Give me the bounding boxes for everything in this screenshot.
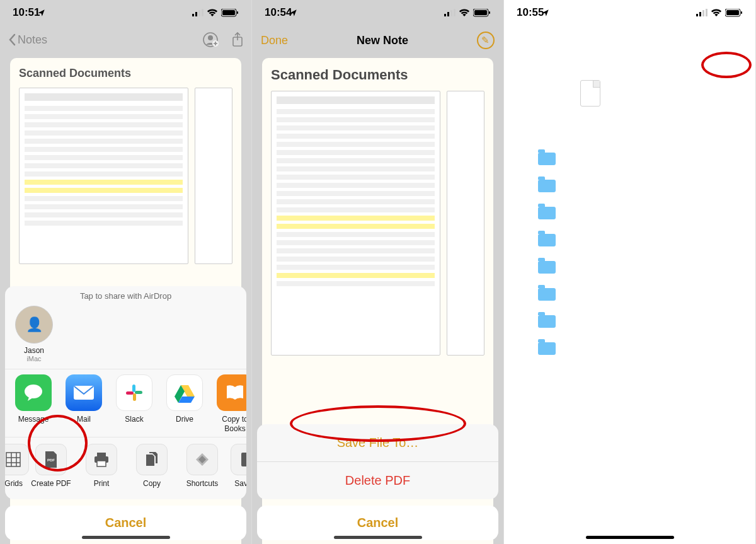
folder-icon (538, 204, 556, 222)
home-indicator[interactable] (334, 536, 422, 539)
status-time: 10:55 (517, 6, 544, 19)
status-time: 10:51 (13, 6, 40, 19)
share-app-drive[interactable]: Drive (163, 374, 207, 433)
svg-rect-28 (474, 10, 487, 15)
scanned-page-1 (19, 88, 188, 264)
folder-icon (538, 340, 556, 357)
notes-nav: Notes (0, 25, 251, 54)
pen-icon[interactable]: ✎ (477, 32, 495, 49)
share-icon[interactable] (231, 32, 244, 48)
svg-rect-26 (454, 9, 455, 16)
svg-rect-24 (447, 12, 449, 16)
share-app-message[interactable]: Message (11, 374, 55, 433)
share-sheet: Tap to share with AirDrop 👤 Jason iMac M… (5, 286, 246, 540)
svg-rect-1 (195, 12, 197, 16)
slack-icon (116, 374, 152, 411)
signal-icon (696, 9, 707, 16)
delete-pdf-button[interactable]: Delete PDF (257, 462, 498, 499)
svg-rect-25 (450, 10, 452, 16)
message-icon (15, 374, 52, 411)
save-icon (231, 444, 246, 475)
folder-icon (538, 313, 556, 330)
svg-rect-2 (198, 10, 200, 16)
svg-rect-15 (133, 393, 136, 401)
share-apps-row[interactable]: Message Mail Slack Drive Copy to Books (5, 369, 246, 437)
signal-icon (192, 9, 203, 16)
chevron-left-icon (8, 33, 16, 46)
status-bar: 10:54 (252, 0, 503, 25)
svg-rect-19 (97, 453, 106, 456)
drive-icon (166, 374, 203, 411)
folder-icon (538, 286, 556, 303)
svg-rect-31 (699, 12, 701, 16)
svg-point-8 (208, 35, 213, 40)
books-icon (217, 374, 246, 411)
pdf-icon: PDF (35, 444, 67, 475)
cancel-button[interactable]: Cancel (5, 506, 246, 540)
action-create-pdf[interactable]: PDF Create PDF (29, 444, 73, 488)
svg-rect-16 (126, 391, 134, 395)
action-print[interactable]: Print (79, 444, 123, 488)
note-title: Scanned Documents (19, 67, 232, 80)
back-button[interactable]: Notes (8, 33, 47, 47)
cancel-button[interactable]: Cancel (257, 506, 498, 540)
airdrop-hint: Tap to share with AirDrop (5, 286, 246, 302)
svg-rect-36 (741, 11, 742, 14)
home-indicator[interactable] (82, 536, 170, 539)
wifi-icon (207, 9, 218, 17)
action-save[interactable]: Save (231, 444, 246, 488)
action-shortcuts[interactable]: Shortcuts (180, 444, 224, 488)
location-arrow-icon (289, 9, 297, 17)
scanned-page-1 (271, 91, 440, 356)
shortcuts-icon (186, 444, 218, 475)
phone-3-file-picker: 10:55 Item will be added to "Documents" … (504, 0, 756, 544)
print-icon (86, 444, 117, 475)
battery-icon (473, 9, 491, 17)
wifi-icon (711, 9, 722, 17)
grid-icon (5, 444, 29, 475)
home-indicator[interactable] (586, 536, 674, 539)
add-person-icon[interactable] (202, 32, 219, 48)
share-actions-row[interactable]: & Grids PDF Create PDF Print Copy Shortc… (5, 437, 246, 497)
svg-rect-3 (202, 9, 203, 16)
battery-icon (725, 9, 743, 17)
mail-icon (66, 374, 102, 411)
battery-icon (221, 9, 239, 17)
action-grids[interactable]: & Grids (5, 444, 23, 488)
phone-2-save-file: 10:54 Done New Note ✎ Scanned Documents … (252, 0, 504, 544)
svg-rect-22 (241, 453, 246, 466)
save-file-to-button[interactable]: Save File To… (257, 424, 498, 462)
action-copy[interactable]: Copy (130, 444, 174, 488)
folder-icon (538, 231, 556, 249)
svg-point-11 (25, 385, 42, 398)
wifi-icon (459, 9, 470, 17)
svg-rect-21 (97, 461, 106, 466)
done-button[interactable]: Done (261, 34, 288, 47)
svg-rect-30 (696, 14, 698, 16)
scanned-page-2 (447, 91, 484, 356)
status-bar: 10:55 (504, 0, 755, 25)
scanned-page-2 (195, 88, 232, 264)
share-app-books[interactable]: Copy to Books (213, 374, 246, 433)
file-icon (580, 80, 600, 107)
svg-text:PDF: PDF (47, 458, 55, 462)
svg-rect-14 (135, 391, 142, 394)
location-arrow-icon (37, 9, 45, 17)
share-app-mail[interactable]: Mail (62, 374, 106, 433)
avatar: 👤 (15, 306, 53, 344)
status-time: 10:54 (265, 6, 292, 19)
airdrop-contact[interactable]: 👤 Jason iMac (15, 306, 53, 362)
svg-rect-13 (132, 385, 135, 392)
svg-rect-0 (192, 14, 194, 16)
svg-rect-33 (706, 9, 707, 16)
nav-title: New Note (357, 34, 408, 47)
svg-rect-23 (444, 14, 446, 16)
svg-rect-32 (702, 10, 704, 16)
action-sheet: Save File To… Delete PDF Cancel (257, 424, 498, 540)
airdrop-name: Jason (15, 346, 53, 355)
share-app-slack[interactable]: Slack (112, 374, 156, 433)
folder-icon (538, 150, 556, 168)
location-arrow-icon (541, 9, 549, 17)
airdrop-device: iMac (15, 355, 53, 362)
status-bar: 10:51 (0, 0, 251, 25)
